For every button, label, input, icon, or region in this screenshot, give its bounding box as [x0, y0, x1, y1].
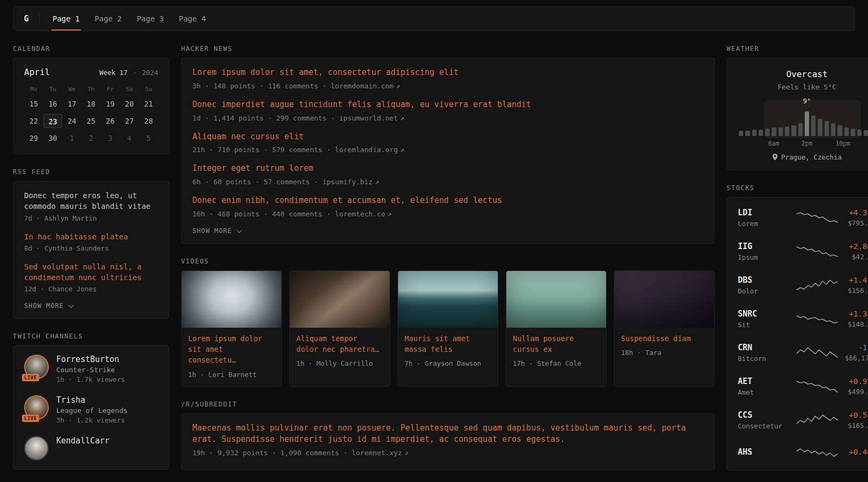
video-title: Mauris sit amet massa felis — [405, 333, 491, 355]
videos-section: VIDEOS Lorem ipsum dolor sit amet consec… — [181, 258, 715, 387]
twitch-channel-row[interactable]: KendallCarr — [24, 436, 158, 461]
stock-ticker: IIG — [738, 242, 789, 251]
calendar-week-row: 29 30 1 2 3 4 5 — [24, 131, 158, 145]
external-link-icon[interactable]: ↗ — [396, 82, 400, 90]
hn-item-title[interactable]: Integer eget rutrum lorem — [192, 163, 704, 175]
calendar-month: April — [24, 67, 50, 77]
hn-item: Lorem ipsum dolor sit amet, consectetur … — [192, 67, 704, 90]
calendar-day: 16 — [43, 97, 63, 111]
stock-row[interactable]: CRN Bitcorn -1.00% $66,171.48 — [738, 336, 868, 370]
video-card[interactable]: Nullam posuere cursus ex 17h · Stefan Co… — [506, 270, 607, 387]
video-card[interactable]: Mauris sit amet massa felis 7h · Grayson… — [398, 270, 498, 387]
tab-page-4[interactable]: Page 4 — [171, 7, 214, 31]
stock-sparkline — [795, 277, 840, 293]
hn-item-title[interactable]: Lorem ipsum dolor sit amet, consectetur … — [192, 67, 704, 79]
weather-feels-like: Feels like 5°C — [738, 83, 868, 91]
stock-price: $148.64 — [845, 320, 868, 328]
rss-item-title[interactable]: In hac habitasse platea — [24, 231, 158, 242]
video-card[interactable]: Aliquam tempor dolor nec pharetra… 1h · … — [289, 270, 390, 387]
right-column: WEATHER Overcast Feels like 5°C 9° 6am 2… — [727, 45, 868, 471]
stock-name: Consectetur — [738, 422, 789, 430]
stock-sparkline — [795, 444, 840, 460]
dow-th: Th — [81, 86, 101, 93]
external-link-icon[interactable]: ↗ — [400, 114, 405, 122]
hn-item-title[interactable]: Donec imperdiet augue tincidunt felis al… — [192, 99, 704, 111]
calendar-day-selected: 23 — [43, 114, 63, 128]
external-link-icon[interactable]: ↗ — [400, 146, 405, 154]
tab-page-2[interactable]: Page 2 — [87, 7, 130, 31]
stock-row[interactable]: CCS Consectetur +0.51% $165.84 — [738, 403, 868, 437]
external-link-icon[interactable]: ↗ — [387, 210, 392, 218]
stock-price: $499.72 — [845, 388, 868, 396]
weather-bar — [745, 131, 750, 136]
stock-row[interactable]: IIG Ipsum +2.84% $42.04 — [738, 235, 868, 268]
weather-bar — [798, 123, 803, 136]
weather-card: Overcast Feels like 5°C 9° 6am 2pm 10pm — [727, 58, 868, 170]
video-meta: 1h · Lori Barnett — [188, 371, 275, 379]
external-link-icon[interactable]: ↗ — [375, 178, 379, 186]
hn-item-title[interactable]: Donec enim nibh, condimentum et accumsan… — [192, 195, 704, 207]
weather-bar — [825, 121, 829, 136]
top-nav: G Page 1 Page 2 Page 3 Page 4 — [13, 6, 855, 31]
rss-show-more-button[interactable]: SHOW MORE — [24, 302, 158, 310]
video-thumbnail — [615, 271, 714, 328]
chevron-down-icon — [68, 302, 74, 308]
dow-we: We — [62, 86, 81, 93]
stock-price: $156.28 — [845, 287, 868, 295]
channel-meta: 1h · 1.7k viewers — [56, 375, 125, 383]
weather-bar — [837, 125, 842, 136]
calendar-day: 30 — [43, 131, 63, 145]
hn-item-title[interactable]: Aliquam nec cursus elit — [192, 131, 704, 143]
weather-bar-chart — [739, 109, 868, 136]
calendar-day-next-month: 5 — [139, 131, 158, 145]
video-meta: 18h · Tara — [621, 349, 708, 357]
stock-change: +0.92% — [845, 377, 868, 386]
stock-row[interactable]: AET Amet +0.92% $499.72 — [738, 370, 868, 403]
rss-item-title[interactable]: Sed volutpat nulla nisl, a condimentum n… — [24, 261, 158, 283]
twitch-channel-row[interactable]: LIVE Trisha League of Legends 3h · 1.2k … — [24, 395, 158, 424]
dashboard-page: G Page 1 Page 2 Page 3 Page 4 CALENDAR A… — [0, 0, 868, 471]
stock-row[interactable]: DBS Dolor +1.42% $156.28 — [738, 268, 868, 302]
video-card[interactable]: Suspendisse diam 18h · Tara — [614, 270, 715, 387]
stock-row[interactable]: LDI Lorem +4.35% $795.18 — [738, 201, 868, 235]
app-logo: G — [13, 7, 39, 31]
stock-price: $795.18 — [845, 219, 868, 227]
tab-page-3[interactable]: Page 3 — [129, 7, 171, 31]
weather-section: WEATHER Overcast Feels like 5°C 9° 6am 2… — [727, 45, 868, 170]
stock-sparkline — [795, 210, 840, 226]
rss-item-meta: 7d · Ashlyn Martin — [24, 214, 158, 222]
channel-meta: 3h · 1.2k viewers — [56, 416, 128, 424]
tab-page-1[interactable]: Page 1 — [45, 7, 87, 31]
calendar-week-row: 15 16 17 18 19 20 21 — [24, 97, 158, 111]
weather-section-title: WEATHER — [727, 45, 868, 52]
hn-show-more-label: SHOW MORE — [192, 227, 232, 235]
hn-show-more-button[interactable]: SHOW MORE — [192, 227, 704, 235]
external-link-icon[interactable]: ↗ — [404, 449, 408, 457]
stock-sparkline — [795, 244, 840, 260]
weather-time-labels: 6am 2pm 10pm — [738, 140, 868, 148]
weather-bar — [857, 130, 862, 136]
twitch-card: LIVE ForrestBurton Counter-Strike 1h · 1… — [13, 345, 169, 470]
rss-item-title[interactable]: Donec tempor eros leo, ut commodo mauris… — [24, 190, 158, 212]
live-badge: LIVE — [22, 374, 39, 381]
hn-item-meta: 3h · 148 points · 116 comments · loremdo… — [192, 82, 704, 90]
reddit-item-title[interactable]: Maecenas mollis pulvinar erat non posuer… — [192, 423, 704, 446]
weather-bar — [752, 130, 757, 136]
stock-row[interactable]: SNRC Sit +1.36% $148.64 — [738, 302, 868, 336]
dow-tu: Tu — [43, 86, 63, 93]
calendar-day: 20 — [120, 97, 139, 111]
stock-price: $66,171.48 — [845, 354, 868, 362]
video-thumbnail — [182, 271, 281, 328]
calendar-year-separator: · — [133, 69, 137, 77]
stock-name: Dolor — [738, 287, 789, 295]
stock-ticker: SNRC — [738, 309, 789, 319]
video-card[interactable]: Lorem ipsum dolor sit amet consectetu… 1… — [181, 270, 282, 387]
weather-bar — [851, 129, 855, 136]
stock-row[interactable]: AHS +0.46% — [738, 437, 868, 467]
calendar-section-title: CALENDAR — [13, 45, 169, 52]
stock-name: Amet — [738, 388, 789, 396]
hn-item: Integer eget rutrum lorem 6h · 60 points… — [192, 163, 704, 186]
video-meta: 1h · Molly Carrillo — [296, 359, 383, 367]
rss-item: Sed volutpat nulla nisl, a condimentum n… — [24, 261, 158, 293]
twitch-channel-row[interactable]: LIVE ForrestBurton Counter-Strike 1h · 1… — [24, 355, 158, 383]
